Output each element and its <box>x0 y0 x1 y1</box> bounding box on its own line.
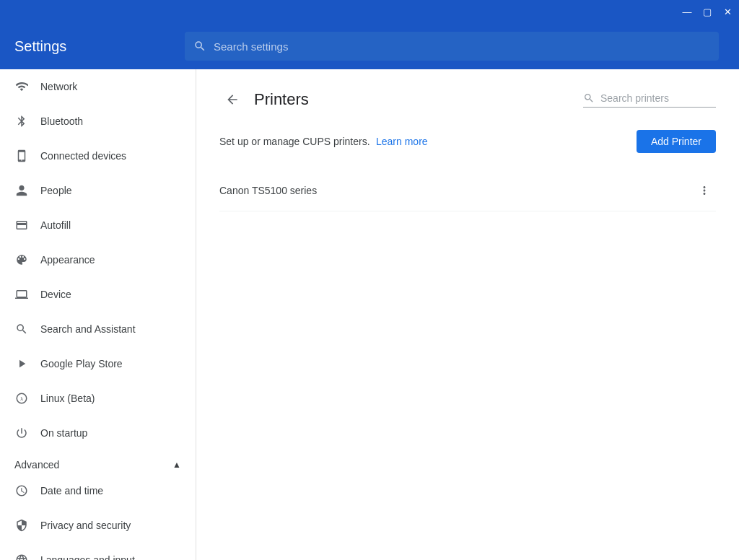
clock-icon <box>14 484 29 498</box>
sidebar-item-appearance[interactable]: Appearance <box>0 242 196 277</box>
titlebar: — ▢ ✕ <box>0 0 739 23</box>
search-printers-input[interactable] <box>600 92 716 104</box>
sidebar-item-autofill[interactable]: Autofill <box>0 208 196 242</box>
sidebar-item-google-play[interactable]: Google Play Store <box>0 346 196 381</box>
advanced-chevron-icon: ▲ <box>172 460 181 470</box>
content-area: Printers Set up or manage CUPS printers.… <box>196 69 739 560</box>
sidebar-item-privacy[interactable]: Privacy and security <box>0 508 196 543</box>
search-bar <box>185 32 719 61</box>
cups-description: Set up or manage CUPS printers. <box>219 136 370 147</box>
sidebar-people-label: People <box>40 185 72 196</box>
search-circle-icon <box>14 322 29 336</box>
sidebar-item-connected-devices[interactable]: Connected devices <box>0 139 196 173</box>
sidebar-search-label: Search and Assistant <box>40 323 136 335</box>
sidebar-item-search-assistant[interactable]: Search and Assistant <box>0 312 196 346</box>
globe-icon <box>14 553 29 560</box>
minimize-button[interactable]: — <box>681 6 693 17</box>
svg-text:λ: λ <box>20 395 23 402</box>
advanced-section[interactable]: Advanced ▲ <box>0 450 196 473</box>
sidebar-privacy-label: Privacy and security <box>40 520 131 531</box>
wifi-icon <box>14 79 29 94</box>
sidebar-linux-label: Linux (Beta) <box>40 393 95 404</box>
play-icon <box>14 356 29 371</box>
search-printers-bar <box>583 92 716 108</box>
add-printer-button[interactable]: Add Printer <box>637 130 716 153</box>
sidebar-item-startup[interactable]: On startup <box>0 416 196 450</box>
printer-name: Canon TS5100 series <box>219 185 693 196</box>
learn-more-link[interactable]: Learn more <box>376 136 428 147</box>
sidebar-item-network[interactable]: Network <box>0 69 196 104</box>
advanced-label: Advanced <box>14 459 59 471</box>
app-title: Settings <box>14 38 173 55</box>
search-input[interactable] <box>214 40 710 53</box>
close-button[interactable]: ✕ <box>722 6 733 17</box>
sidebar-startup-label: On startup <box>40 427 87 439</box>
sidebar: Network Bluetooth Connected devices Peop… <box>0 69 196 560</box>
sidebar-bluetooth-label: Bluetooth <box>40 115 83 127</box>
printers-list: Canon TS5100 series <box>219 170 716 211</box>
sidebar-item-date-time[interactable]: Date and time <box>0 473 196 508</box>
cups-section: Set up or manage CUPS printers. Learn mo… <box>219 130 716 153</box>
maximize-button[interactable]: ▢ <box>701 6 713 17</box>
search-printers-icon <box>583 92 595 104</box>
sidebar-item-device[interactable]: Device <box>0 277 196 312</box>
back-arrow-icon <box>225 92 240 107</box>
sidebar-autofill-label: Autofill <box>40 219 71 231</box>
sidebar-item-languages[interactable]: Languages and input <box>0 543 196 560</box>
search-icon <box>193 40 206 53</box>
content-header: Printers <box>219 87 716 113</box>
page-title: Printers <box>254 90 574 109</box>
sidebar-item-people[interactable]: People <box>0 173 196 208</box>
sidebar-connected-label: Connected devices <box>40 150 126 162</box>
sidebar-languages-label: Languages and input <box>40 554 135 560</box>
person-icon <box>14 183 29 198</box>
printer-more-button[interactable] <box>693 179 716 202</box>
sidebar-item-bluetooth[interactable]: Bluetooth <box>0 104 196 139</box>
shield-icon <box>14 518 29 533</box>
autofill-icon <box>14 218 29 232</box>
sidebar-appearance-label: Appearance <box>40 254 95 266</box>
bluetooth-icon <box>14 114 29 128</box>
sidebar-network-label: Network <box>40 81 77 92</box>
sidebar-datetime-label: Date and time <box>40 485 103 496</box>
header: Settings <box>0 23 739 69</box>
cups-text-area: Set up or manage CUPS printers. Learn mo… <box>219 135 428 148</box>
main-layout: Network Bluetooth Connected devices Peop… <box>0 69 739 560</box>
linux-icon: λ <box>14 391 29 406</box>
phone-icon <box>14 149 29 163</box>
laptop-icon <box>14 287 29 302</box>
palette-icon <box>14 253 29 267</box>
power-icon <box>14 426 29 440</box>
back-button[interactable] <box>219 87 245 113</box>
more-vert-icon <box>698 184 711 197</box>
sidebar-device-label: Device <box>40 289 71 300</box>
printer-item: Canon TS5100 series <box>219 170 716 211</box>
sidebar-item-linux[interactable]: λ Linux (Beta) <box>0 381 196 416</box>
sidebar-play-label: Google Play Store <box>40 358 123 369</box>
